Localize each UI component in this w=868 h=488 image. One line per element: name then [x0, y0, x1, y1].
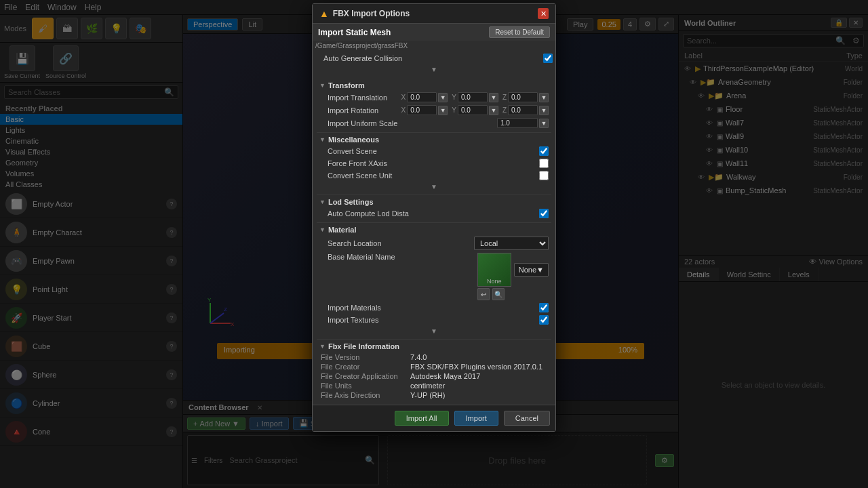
fbx-misc-label: Miscellaneous	[328, 136, 379, 144]
fbx-rotation-x-arrow[interactable]: ▼	[438, 106, 448, 115]
fbx-current-file: /Game/Grassproject/grassFBX	[313, 41, 555, 52]
fbx-translation-xyz: X ▼ Y ▼ Z ▼	[399, 92, 549, 102]
fbx-auto-gen-checkbox[interactable]	[543, 54, 553, 63]
fbx-import-textures-label: Import Textures	[319, 316, 539, 324]
fbx-modal-header: ▲ FBX Import Options ✕	[313, 4, 555, 24]
fbx-creator-row: File Creator FBX SDK/FBX Plugins version…	[321, 363, 547, 371]
fbx-scale-label: Import Uniform Scale	[319, 119, 497, 127]
fbx-lod-triangle: ▼	[319, 199, 326, 205]
fbx-transform-label: Transform	[328, 81, 365, 89]
fbx-transform-triangle: ▼	[319, 82, 326, 89]
fbx-creator-app-value: Autodesk Maya 2017	[410, 372, 547, 380]
fbx-translation-z-arrow[interactable]: ▼	[539, 93, 549, 102]
fbx-units-value: centimeter	[410, 382, 547, 390]
fbx-auto-compute-checkbox[interactable]	[539, 209, 549, 218]
fbx-scale-input-group: ▼	[497, 118, 549, 128]
fbx-auto-gen-label: Auto Generate Collision	[315, 54, 543, 62]
fbx-material-triangle: ▼	[319, 226, 326, 233]
fbx-rotation-label: Import Rotation	[319, 106, 399, 115]
fbx-force-front-checkbox[interactable]	[539, 159, 549, 168]
fbx-title-row: Import Static Mesh Reset to Default	[313, 24, 555, 41]
fbx-header-left: ▲ FBX Import Options	[319, 8, 410, 19]
fbx-modal-body: ▼ Transform Import Translation X ▼ Y ▼ Z…	[313, 75, 555, 405]
fbx-auto-gen-row: Auto Generate Collision	[313, 52, 555, 64]
fbx-search-location-row: Search Location Local Project All	[317, 235, 551, 251]
fbx-translation-x[interactable]	[407, 92, 437, 102]
fbx-scroll-down-1[interactable]: ▼	[313, 64, 555, 75]
fbx-convert-unit-row: Convert Scene Unit	[317, 169, 551, 182]
fbx-scale-arrow[interactable]: ▼	[539, 119, 549, 128]
fbx-modal-footer: Import All Import Cancel	[313, 405, 555, 431]
fbx-version-row: File Version 7.4.0	[321, 353, 547, 361]
fbx-scroll-down-2[interactable]: ▼	[317, 182, 551, 192]
fbx-close-button[interactable]: ✕	[538, 8, 549, 19]
fbx-rx-label: X	[401, 106, 406, 114]
fbx-z-label: Z	[502, 94, 507, 101]
fbx-none-label: None	[519, 266, 536, 274]
fbx-modal: ▲ FBX Import Options ✕ Import Static Mes…	[312, 3, 556, 432]
fbx-modal-title: FBX Import Options	[333, 9, 410, 18]
fbx-mat-search-button[interactable]: 🔍	[492, 288, 505, 300]
fbx-info-table: File Version 7.4.0 File Creator FBX SDK/…	[317, 352, 551, 401]
fbx-axis-value: Y-UP (RH)	[410, 391, 547, 399]
fbx-import-textures-checkbox[interactable]	[539, 315, 549, 325]
fbx-dropdown-arrow: ▼	[536, 266, 544, 274]
fbx-convert-unit-checkbox[interactable]	[539, 171, 549, 180]
fbx-file-info-section[interactable]: ▼ Fbx File Information	[317, 339, 551, 352]
fbx-material-preview: None	[477, 253, 511, 287]
fbx-mat-controls: ↩ 🔍	[477, 288, 549, 300]
fbx-translation-x-arrow[interactable]: ▼	[438, 93, 448, 102]
fbx-import-materials-label: Import Materials	[319, 304, 539, 312]
fbx-axis-row: File Axis Direction Y-UP (RH)	[321, 391, 547, 399]
fbx-version-key: File Version	[321, 353, 409, 361]
fbx-import-materials-checkbox[interactable]	[539, 303, 549, 312]
fbx-creator-app-key: File Creator Application	[321, 372, 409, 380]
fbx-import-materials-row: Import Materials	[317, 302, 551, 314]
fbx-modal-overlay: ▲ FBX Import Options ✕ Import Static Mes…	[0, 0, 868, 488]
fbx-creator-key: File Creator	[321, 363, 409, 371]
fbx-material-section[interactable]: ▼ Material	[317, 222, 551, 235]
unreal-logo: ▲	[319, 8, 329, 19]
fbx-y-label: Y	[452, 94, 456, 101]
fbx-units-key: File Units	[321, 382, 409, 390]
fbx-translation-y[interactable]	[458, 92, 488, 102]
fbx-force-front-label: Force Front XAxis	[319, 159, 539, 167]
fbx-rotation-x[interactable]	[407, 105, 437, 115]
fbx-rotation-xyz: X ▼ Y ▼ Z ▼	[399, 105, 549, 115]
fbx-misc-section[interactable]: ▼ Miscellaneous	[317, 132, 551, 145]
fbx-rotation-y-arrow[interactable]: ▼	[489, 106, 498, 115]
fbx-rotation-y[interactable]	[458, 105, 488, 115]
fbx-lod-label: Lod Settings	[328, 198, 374, 206]
fbx-scale-input[interactable]	[497, 118, 538, 128]
fbx-translation-row: Import Translation X ▼ Y ▼ Z ▼	[317, 91, 551, 104]
fbx-cancel-button[interactable]: Cancel	[504, 411, 550, 426]
fbx-lod-section[interactable]: ▼ Lod Settings	[317, 195, 551, 207]
fbx-convert-unit-label: Convert Scene Unit	[319, 171, 539, 180]
fbx-units-row: File Units centimeter	[321, 382, 547, 390]
fbx-import-button[interactable]: Import	[454, 411, 498, 426]
fbx-transform-section[interactable]: ▼ Transform	[317, 79, 551, 91]
fbx-rotation-z-arrow[interactable]: ▼	[539, 106, 549, 115]
fbx-base-material-label: Base Material Name	[319, 253, 477, 261]
fbx-mat-back-button[interactable]: ↩	[477, 288, 490, 300]
fbx-base-material-preview-row: None None ▼	[477, 253, 549, 287]
fbx-convert-scene-label: Convert Scene	[319, 147, 539, 155]
fbx-ry-label: Y	[452, 106, 456, 114]
fbx-base-material-row: Base Material Name None None ▼ ↩ 🔍	[317, 251, 551, 302]
fbx-reset-button[interactable]: Reset to Default	[489, 26, 550, 38]
fbx-axis-key: File Axis Direction	[321, 391, 409, 399]
fbx-none-dropdown[interactable]: None ▼	[514, 263, 549, 277]
fbx-scroll-down-3[interactable]: ▼	[317, 326, 551, 336]
fbx-rotation-z[interactable]	[508, 105, 538, 115]
fbx-scale-row: Import Uniform Scale ▼	[317, 117, 551, 129]
fbx-import-all-button[interactable]: Import All	[395, 411, 449, 426]
fbx-search-location-select[interactable]: Local Project All	[474, 237, 549, 250]
fbx-translation-y-arrow[interactable]: ▼	[489, 93, 498, 102]
fbx-file-info-triangle: ▼	[319, 343, 326, 350]
fbx-material-label: Material	[328, 226, 357, 234]
fbx-translation-z[interactable]	[508, 92, 538, 102]
fbx-auto-compute-label: Auto Compute Lod Dista	[319, 209, 539, 218]
fbx-x-label: X	[401, 94, 406, 101]
fbx-file-info-label: Fbx File Information	[328, 342, 399, 350]
fbx-convert-scene-checkbox[interactable]	[539, 146, 549, 156]
